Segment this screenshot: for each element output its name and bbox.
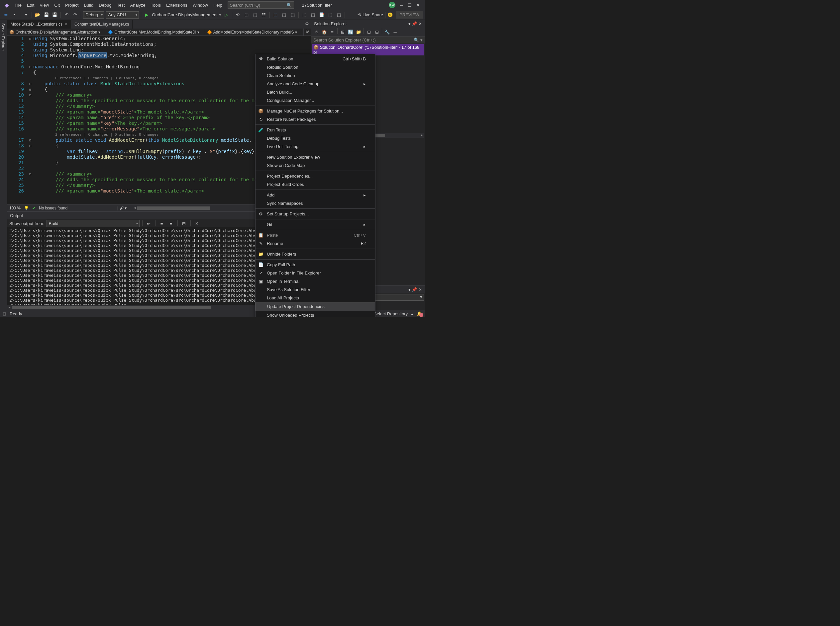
server-explorer-tab[interactable]: Server Explorer [0,22,6,309]
close-button[interactable]: ✕ [416,3,420,8]
close-tab-icon[interactable]: ✕ [64,22,68,27]
tool-icon[interactable]: ⬚ [272,11,279,19]
close-icon[interactable]: ✕ [418,287,422,292]
wrench-icon[interactable]: 🔧 [383,28,391,36]
solexp-tool-icon[interactable]: ─ [391,28,399,36]
liveshare-icon[interactable]: ⟲ [358,12,361,17]
editor-tab[interactable]: ModelStateDi...Extensions.cs✕ [7,20,71,28]
menu-window[interactable]: Window [190,2,211,9]
output-tool-icon[interactable]: ✕ [193,220,201,227]
tool-icon[interactable]: ⬚ [335,11,342,19]
ctx-open-in-terminal[interactable]: ▣Open in Terminal [256,277,375,285]
ctx-open-folder-in-file-explorer[interactable]: ↗Open Folder in File Explorer [256,269,375,277]
repo-selector[interactable]: Select Repository [374,311,408,316]
tool-icon[interactable]: ⬚ [309,11,317,19]
notifications-icon[interactable]: 🔔2 [417,311,422,316]
dropdown-icon[interactable]: ▾ [408,21,411,26]
solexp-tool-icon[interactable]: ⟲ [312,28,320,36]
tool-icon[interactable]: ☷ [260,11,267,19]
ctx-unhide-folders[interactable]: 📁Unhide Folders [256,250,375,258]
ctx-save-as-solution-filter[interactable]: Save As Solution Filter [256,285,375,294]
ctx-analyze-and-code-cleanup[interactable]: Analyze and Code Cleanup▸ [256,80,375,88]
menu-debug[interactable]: Debug [96,2,114,9]
dropdown-icon[interactable]: ▾ [408,287,411,292]
tool-icon[interactable]: ⬚ [327,11,334,19]
nav-fwd-icon[interactable]: • [11,11,18,19]
close-icon[interactable]: ✕ [418,21,422,26]
menu-extensions[interactable]: Extensions [163,2,190,9]
start-nodebug-icon[interactable]: ▷ [223,11,230,19]
user-avatar[interactable]: KW [389,2,396,8]
solexp-tool-icon[interactable]: 🔄 [347,28,354,36]
ctx-rename[interactable]: ✎RenameF2 [256,239,375,247]
start-icon[interactable]: ▶ [143,11,151,19]
search-box[interactable]: Search (Ctrl+Q) 🔍 [228,2,294,9]
tool-icon[interactable]: ⬚ [301,11,308,19]
solexp-tool-icon[interactable]: ⊡ [365,28,372,36]
menu-help[interactable]: Help [211,2,225,9]
ctx-run-tests[interactable]: 🧪Run Tests [256,126,375,134]
tool-icon[interactable]: ⬚ [251,11,259,19]
solexp-tool-icon[interactable]: 📁 [355,28,362,36]
ctx-rebuild-solution[interactable]: Rebuild Solution [256,63,375,71]
ctx-restore-nuget-packages[interactable]: ↻Restore NuGet Packages [256,115,375,124]
menu-test[interactable]: Test [114,2,127,9]
output-tool-icon[interactable]: ⇤ [145,220,152,227]
liveshare-label[interactable]: Live Share [363,12,383,17]
ctx-copy-full-path[interactable]: 📄Copy Full Path [256,261,375,269]
tool-icon[interactable]: 📑 [318,11,325,19]
nav-class[interactable]: 🔷 OrchardCore.Mvc.ModelBinding.ModelStat… [106,28,205,36]
ctx-configuration-manager-[interactable]: Configuration Manager... [256,96,375,105]
feedback-icon[interactable]: 🙂 [388,12,393,17]
ctx-debug-tests[interactable]: Debug Tests [256,134,375,142]
nav-project[interactable]: 📦 OrchardCore.DisplayManagement.Abstract… [7,28,106,36]
menu-view[interactable]: View [37,2,52,9]
ctx-load-all-projects[interactable]: Load All Projects [256,294,375,302]
nav-method[interactable]: 🔶 AddModelError(ModelStateDictionary mod… [205,28,304,36]
zoom-label[interactable]: 100 % [9,206,20,210]
tool-icon[interactable]: ⟲ [234,11,242,19]
split-icon[interactable]: ⊕ [304,28,311,36]
ctx-show-unloaded-projects[interactable]: Show Unloaded Projects [256,311,375,317]
nav-back-icon[interactable]: ⬅ [2,11,9,19]
undo-icon[interactable]: ↶ [63,11,70,19]
ctx-project-build-order-[interactable]: Project Build Order... [256,180,375,189]
ctx-batch-build-[interactable]: Batch Build... [256,88,375,96]
pin-icon[interactable]: 📌 [412,21,417,26]
ctx-manage-nuget-packages-for-solution-[interactable]: 📦Manage NuGet Packages for Solution... [256,107,375,115]
gear-icon[interactable]: ⚙ [303,20,311,28]
maximize-button[interactable]: ☐ [408,3,412,8]
pin-icon[interactable]: 📌 [412,287,417,292]
home-icon[interactable]: 🏠 [321,28,328,36]
solexp-tool-icon[interactable]: ⊟ [373,28,380,36]
save-all-icon[interactable]: 💾 [51,11,58,19]
ctx-set-startup-projects-[interactable]: ⚙Set Startup Projects... [256,210,375,218]
config-combo[interactable]: Debug [83,11,104,19]
ctx-clean-solution[interactable]: Clean Solution [256,71,375,80]
solexp-search[interactable]: Search Solution Explorer (Ctrl+;)🔍 ▾ [311,36,425,44]
ctx-show-on-code-map[interactable]: Show on Code Map [256,161,375,170]
ctx-update-project-dependencies[interactable]: Update Project Dependencies [256,302,375,311]
ctx-live-unit-testing[interactable]: Live Unit Testing▸ [256,142,375,151]
minimize-button[interactable]: ─ [400,3,403,8]
new-project-icon[interactable]: ✦ [22,11,30,19]
output-source-combo[interactable]: Build [47,220,140,227]
start-target[interactable]: OrchardCore.DisplayManagement [152,12,217,17]
menu-git[interactable]: Git [52,2,63,9]
lightbulb-icon[interactable]: 💡 [24,206,29,210]
solexp-tool-icon[interactable]: ≡ [329,28,336,36]
ctx-add[interactable]: Add▸ [256,191,375,199]
redo-icon[interactable]: ↷ [71,11,79,19]
menu-build[interactable]: Build [81,2,96,9]
ctx-sync-namespaces[interactable]: Sync Namespaces [256,199,375,207]
output-tool-icon[interactable]: ⊟ [181,220,188,227]
ctx-git[interactable]: Git▸ [256,221,375,229]
platform-combo[interactable]: Any CPU [106,11,139,19]
preview-button[interactable]: PREVIEW [396,11,423,19]
ctx-new-solution-explorer-view[interactable]: New Solution Explorer View [256,153,375,161]
open-icon[interactable]: 📂 [34,11,41,19]
tool-icon[interactable]: ⬚ [281,11,288,19]
menu-file[interactable]: File [12,2,24,9]
menu-edit[interactable]: Edit [24,2,37,9]
ctx-paste[interactable]: 📋PasteCtrl+V [256,231,375,239]
